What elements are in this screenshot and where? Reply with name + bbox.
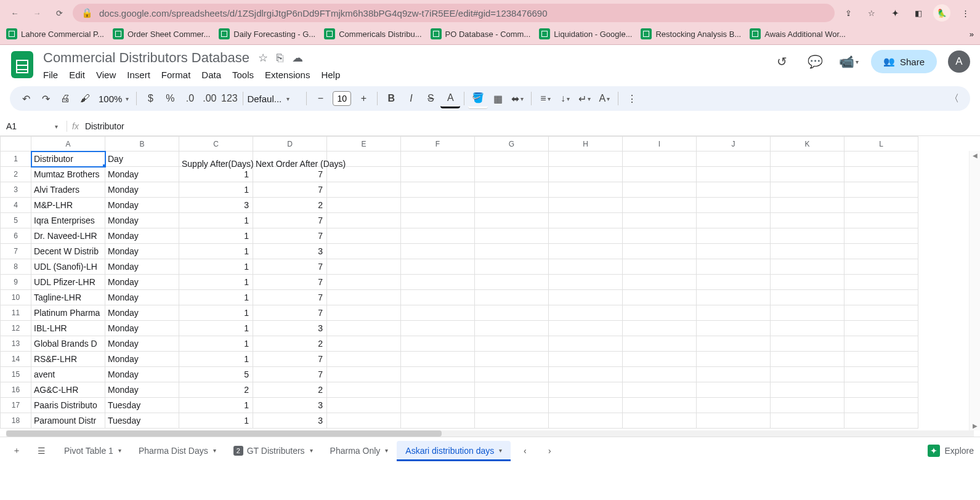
cell[interactable]: 3: [253, 321, 327, 336]
cell[interactable]: Decent W Distrib: [31, 244, 105, 259]
cell[interactable]: Monday: [105, 336, 179, 352]
tab-scroll-left[interactable]: ‹: [514, 440, 535, 461]
row-header[interactable]: 11: [1, 305, 31, 321]
cell[interactable]: [844, 244, 918, 259]
star-icon[interactable]: ☆: [863, 4, 880, 22]
cell[interactable]: [623, 167, 697, 182]
strike-button[interactable]: S: [421, 89, 440, 108]
redo-button[interactable]: ↷: [36, 89, 55, 108]
cell[interactable]: [697, 336, 771, 352]
cell[interactable]: [771, 305, 844, 321]
cell[interactable]: [771, 259, 844, 275]
cell[interactable]: [475, 275, 549, 290]
cell[interactable]: [401, 244, 475, 259]
cell[interactable]: Monday: [105, 167, 179, 182]
cell[interactable]: [327, 213, 401, 228]
share-button[interactable]: 👥 Share: [871, 50, 937, 73]
cell[interactable]: [327, 382, 401, 398]
fill-color-button[interactable]: 🪣: [468, 89, 488, 108]
row-header[interactable]: 10: [1, 290, 31, 305]
cell[interactable]: [623, 182, 697, 198]
menu-view[interactable]: View: [96, 70, 116, 80]
cell[interactable]: [475, 321, 549, 336]
cell[interactable]: [844, 151, 918, 167]
cell[interactable]: [844, 352, 918, 367]
row-header[interactable]: 17: [1, 398, 31, 413]
cell[interactable]: [549, 382, 623, 398]
cell[interactable]: [475, 367, 549, 382]
collapse-toolbar-button[interactable]: 〈: [944, 89, 964, 108]
cell[interactable]: Monday: [105, 228, 179, 244]
undo-button[interactable]: ↶: [16, 89, 36, 108]
cell[interactable]: [401, 367, 475, 382]
cell[interactable]: [697, 182, 771, 198]
col-header-I[interactable]: I: [623, 137, 697, 151]
col-header-D[interactable]: D: [253, 137, 327, 151]
cell[interactable]: [401, 151, 475, 167]
row-header[interactable]: 5: [1, 213, 31, 228]
cell[interactable]: Distributor: [31, 151, 105, 167]
bookmark-item[interactable]: Liquidation - Google...: [539, 28, 632, 39]
bookmark-item[interactable]: Daily Forecasting - G...: [219, 28, 315, 39]
meet-icon[interactable]: 📹▾: [838, 50, 860, 73]
cell[interactable]: [327, 367, 401, 382]
col-header-K[interactable]: K: [771, 137, 844, 151]
add-sheet-button[interactable]: ＋: [6, 440, 27, 461]
sheet-tab-menu[interactable]: ▾: [385, 447, 388, 454]
font-dropdown[interactable]: Defaul...▾: [247, 94, 302, 104]
wrap-button[interactable]: ↵▾: [575, 89, 594, 108]
cell[interactable]: [475, 413, 549, 429]
cell[interactable]: [327, 321, 401, 336]
cell[interactable]: [401, 413, 475, 429]
cell[interactable]: 1: [179, 352, 253, 367]
cell[interactable]: AG&C-LHR: [31, 382, 105, 398]
sidepanel-icon[interactable]: ◧: [910, 4, 927, 22]
cell[interactable]: [697, 413, 771, 429]
cell[interactable]: 1: [179, 167, 253, 182]
borders-button[interactable]: ▦: [488, 89, 508, 108]
row-header[interactable]: 18: [1, 413, 31, 429]
cell[interactable]: 1: [179, 228, 253, 244]
cell[interactable]: [549, 336, 623, 352]
cell[interactable]: [327, 228, 401, 244]
cell[interactable]: [549, 305, 623, 321]
bold-button[interactable]: B: [381, 89, 401, 108]
sheet-tab-menu[interactable]: ▾: [499, 447, 502, 454]
cell[interactable]: RS&F-LHR: [31, 352, 105, 367]
cell[interactable]: [327, 244, 401, 259]
bookmark-item[interactable]: Lahore Commercial P...: [6, 28, 104, 39]
cell[interactable]: [623, 367, 697, 382]
cell[interactable]: [623, 305, 697, 321]
cell[interactable]: [549, 182, 623, 198]
cell[interactable]: [623, 228, 697, 244]
menu-file[interactable]: File: [43, 70, 58, 80]
forward-button[interactable]: →: [28, 4, 46, 22]
col-header-H[interactable]: H: [549, 137, 623, 151]
cell[interactable]: 1: [179, 398, 253, 413]
cell[interactable]: [401, 198, 475, 213]
profile-icon[interactable]: 🦜: [933, 4, 950, 22]
sheets-logo[interactable]: [10, 50, 34, 79]
cell[interactable]: 2: [253, 336, 327, 352]
cell[interactable]: [623, 213, 697, 228]
cell[interactable]: [844, 182, 918, 198]
cell[interactable]: [549, 151, 623, 167]
print-button[interactable]: 🖨: [55, 89, 75, 108]
cell[interactable]: [771, 321, 844, 336]
col-header-F[interactable]: F: [401, 137, 475, 151]
cell[interactable]: [844, 275, 918, 290]
cell[interactable]: 3: [253, 244, 327, 259]
row-header[interactable]: 3: [1, 182, 31, 198]
cell[interactable]: [327, 259, 401, 275]
menu-format[interactable]: Format: [161, 70, 191, 80]
cell[interactable]: [475, 167, 549, 182]
menu-insert[interactable]: Insert: [127, 70, 150, 80]
cell[interactable]: [623, 382, 697, 398]
star-doc-icon[interactable]: ☆: [258, 51, 268, 65]
cell[interactable]: Next Order After (Days): [253, 151, 327, 167]
cell[interactable]: Mumtaz Brothers: [31, 167, 105, 182]
cell[interactable]: [844, 198, 918, 213]
more-toolbar-button[interactable]: ⋮: [622, 89, 642, 108]
cell[interactable]: 1: [179, 182, 253, 198]
cell[interactable]: [844, 367, 918, 382]
